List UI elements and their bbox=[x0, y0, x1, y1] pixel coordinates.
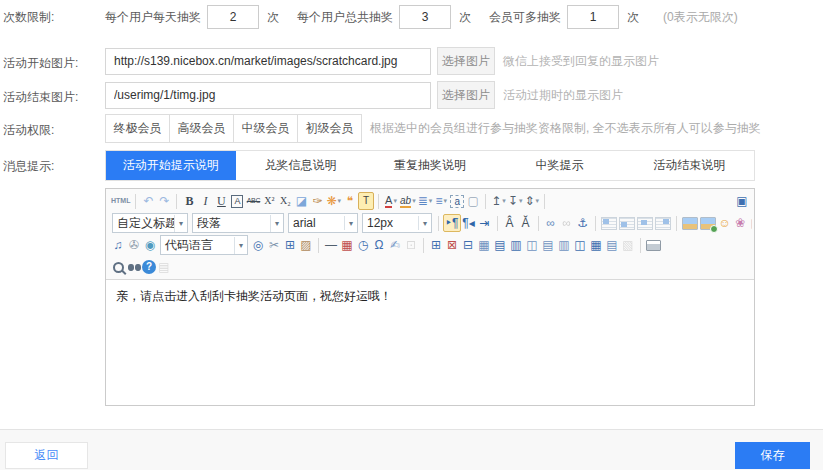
code-language-select[interactable]: 代码语言▾ bbox=[160, 235, 248, 255]
insert-music-icon[interactable]: ♫ bbox=[110, 236, 126, 254]
image-float-left-icon[interactable] bbox=[600, 214, 618, 232]
select-all-icon[interactable]: a bbox=[449, 192, 465, 210]
insert-link-icon[interactable]: ∞ bbox=[543, 214, 559, 232]
daily-draw-suffix: 次 bbox=[267, 9, 279, 26]
member-group-button-intermediate[interactable]: 中级会员 bbox=[233, 114, 298, 143]
start-image-pick-button[interactable]: 选择图片 bbox=[437, 47, 495, 75]
direction-ltr-icon[interactable]: ‣¶ bbox=[443, 214, 461, 232]
total-draw-suffix: 次 bbox=[459, 9, 471, 26]
save-button[interactable]: 保存 bbox=[735, 442, 810, 469]
editor-content[interactable]: 亲，请点击进入刮刮卡抽奖活动页面，祝您好运哦！ bbox=[106, 280, 754, 409]
redo-icon[interactable]: ↷ bbox=[156, 192, 172, 210]
line-height-icon[interactable]: ⇕▾ bbox=[523, 192, 540, 210]
table-caption-icon[interactable]: ⊟ bbox=[460, 236, 476, 254]
custom-title-select[interactable]: 自定义标题▾ bbox=[112, 213, 188, 233]
image-float-right-icon[interactable] bbox=[654, 214, 672, 232]
print-icon[interactable] bbox=[645, 236, 662, 254]
image-inline-icon[interactable] bbox=[618, 214, 636, 232]
tab-repeat-draw[interactable]: 重复抽奖说明 bbox=[365, 151, 495, 180]
snapshot-icon[interactable]: ◎ bbox=[250, 236, 266, 254]
font-border-icon[interactable]: A bbox=[229, 192, 245, 210]
attachment-icon[interactable]: ✇ bbox=[126, 236, 142, 254]
delete-table-icon[interactable]: ⊠ bbox=[444, 236, 460, 254]
tab-activity-end[interactable]: 活动结束说明 bbox=[624, 151, 754, 180]
insert-time-icon[interactable]: ◷ bbox=[355, 236, 371, 254]
merge-cells-icon[interactable]: ▦ bbox=[476, 236, 492, 254]
distribute-rows-icon[interactable]: ▤ bbox=[604, 236, 620, 254]
horizontal-rule-icon[interactable]: — bbox=[323, 236, 339, 254]
strikethrough-icon[interactable]: ABC bbox=[245, 192, 261, 210]
fullscreen-icon[interactable]: ▣ bbox=[734, 192, 750, 210]
remove-format-icon[interactable]: ◪ bbox=[293, 192, 309, 210]
word-image-icon[interactable]: ✍ bbox=[387, 236, 403, 254]
member-extra-draw-input[interactable] bbox=[567, 5, 619, 29]
indent-icon[interactable]: ⇥ bbox=[477, 214, 493, 232]
undo-icon[interactable]: ↶ bbox=[140, 192, 156, 210]
start-image-url-input[interactable] bbox=[105, 48, 431, 75]
font-size-select[interactable]: 12px▾ bbox=[362, 213, 432, 233]
back-button[interactable]: 返回 bbox=[5, 442, 88, 469]
insert-column-icon[interactable]: ▥ bbox=[508, 236, 524, 254]
image-manager-icon[interactable] bbox=[699, 214, 717, 232]
italic-icon[interactable]: I bbox=[197, 192, 213, 210]
member-group-button-junior[interactable]: 初级会员 bbox=[297, 114, 362, 143]
tab-redeem-info[interactable]: 兑奖信息说明 bbox=[236, 151, 366, 180]
total-draw-input[interactable] bbox=[399, 5, 451, 29]
background-color-icon[interactable]: ab▾ bbox=[399, 192, 417, 210]
insert-date-icon[interactable]: ▦ bbox=[339, 236, 355, 254]
insert-image-icon[interactable] bbox=[681, 214, 699, 232]
superscript-icon[interactable]: X² bbox=[261, 192, 277, 210]
bold-icon[interactable]: B bbox=[181, 192, 197, 210]
toolbar-separator bbox=[176, 194, 177, 209]
unordered-list-icon[interactable]: ≡▾ bbox=[433, 192, 449, 210]
font-family-select[interactable]: arial▾ bbox=[288, 213, 358, 233]
split-cell-icon[interactable]: ◫ bbox=[524, 236, 540, 254]
source-code-icon[interactable]: HTML bbox=[110, 192, 131, 210]
paragraph-format-select[interactable]: 段落▾ bbox=[192, 213, 284, 233]
remove-link-icon: ∞ bbox=[559, 214, 575, 232]
daily-draw-input[interactable] bbox=[207, 5, 259, 29]
underline-icon[interactable]: U bbox=[213, 192, 229, 210]
to-lowercase-icon[interactable]: Ǎ bbox=[518, 214, 534, 232]
insert-map-icon[interactable]: ◉ bbox=[142, 236, 158, 254]
insert-row-icon[interactable]: ▤ bbox=[492, 236, 508, 254]
split-to-columns-icon[interactable]: ▦ bbox=[588, 236, 604, 254]
font-color-icon[interactable]: A▾ bbox=[383, 192, 399, 210]
end-image-pick-button[interactable]: 选择图片 bbox=[437, 81, 495, 109]
scrawl-icon[interactable]: ❀ bbox=[733, 214, 749, 232]
ordered-list-icon[interactable]: ≣▾ bbox=[417, 192, 434, 210]
help-icon[interactable]: ? bbox=[142, 260, 156, 274]
emoticon-icon[interactable]: ☺ bbox=[717, 214, 733, 232]
end-image-url-input[interactable] bbox=[105, 82, 431, 109]
anchor-icon[interactable]: ⚓ bbox=[575, 214, 591, 232]
delete-column-icon[interactable]: ▥ bbox=[556, 236, 572, 254]
format-painter-icon[interactable]: ✑ bbox=[309, 192, 325, 210]
clear-document-icon[interactable]: ▢ bbox=[465, 192, 481, 210]
direction-rtl-icon[interactable]: ¶◂ bbox=[461, 214, 477, 232]
member-group-button-ultimate[interactable]: 终极会员 bbox=[105, 114, 170, 143]
to-uppercase-icon[interactable]: Â bbox=[502, 214, 518, 232]
page-background-icon[interactable]: ▨ bbox=[298, 236, 314, 254]
subscript-icon[interactable]: X₂ bbox=[277, 192, 293, 210]
chevron-down-icon: ▾ bbox=[502, 197, 506, 205]
tab-activity-start-tip[interactable]: 活动开始提示说明 bbox=[106, 151, 236, 180]
search-replace-icon[interactable] bbox=[126, 258, 142, 276]
insert-video-icon[interactable]: ▥ bbox=[749, 214, 752, 232]
paragraph-spacing-top-icon[interactable]: ↥▾ bbox=[490, 192, 507, 210]
auto-typeset-icon[interactable]: ❋▾ bbox=[325, 192, 342, 210]
paste-plain-text-icon[interactable]: T bbox=[358, 192, 374, 210]
paragraph-spacing-bottom-icon[interactable]: ↧▾ bbox=[507, 192, 524, 210]
insert-table-icon[interactable]: ⊞ bbox=[428, 236, 444, 254]
blockquote-icon[interactable]: ❝ bbox=[342, 192, 358, 210]
delete-row-icon[interactable]: ▤ bbox=[540, 236, 556, 254]
image-center-icon[interactable] bbox=[636, 214, 654, 232]
tab-win-tip[interactable]: 中奖提示 bbox=[495, 151, 625, 180]
page-break-icon[interactable]: ✂ bbox=[266, 236, 282, 254]
toolbar-separator bbox=[640, 238, 641, 253]
preview-icon[interactable] bbox=[110, 258, 126, 276]
toolbar-separator bbox=[485, 194, 486, 209]
member-group-button-senior[interactable]: 高级会员 bbox=[169, 114, 234, 143]
split-to-rows-icon[interactable]: ◫ bbox=[572, 236, 588, 254]
insert-iframe-icon[interactable]: ⊞ bbox=[282, 236, 298, 254]
special-characters-icon[interactable]: Ω bbox=[371, 236, 387, 254]
